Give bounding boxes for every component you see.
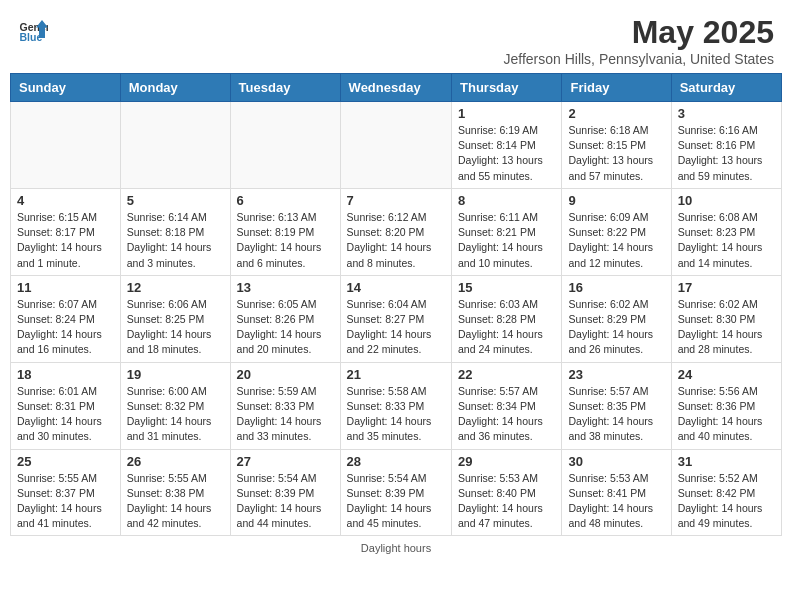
calendar-week-row: 11Sunrise: 6:07 AMSunset: 8:24 PMDayligh… <box>11 275 782 362</box>
calendar-day-cell: 11Sunrise: 6:07 AMSunset: 8:24 PMDayligh… <box>11 275 121 362</box>
calendar-day-header: Saturday <box>671 74 781 102</box>
footer-note: Daylight hours <box>0 536 792 560</box>
day-info: Sunrise: 5:59 AMSunset: 8:33 PMDaylight:… <box>237 384 334 445</box>
calendar-day-cell: 27Sunrise: 5:54 AMSunset: 8:39 PMDayligh… <box>230 449 340 536</box>
day-number: 26 <box>127 454 224 469</box>
calendar-day-cell: 30Sunrise: 5:53 AMSunset: 8:41 PMDayligh… <box>562 449 671 536</box>
svg-text:Blue: Blue <box>20 31 43 43</box>
day-info: Sunrise: 6:06 AMSunset: 8:25 PMDaylight:… <box>127 297 224 358</box>
day-number: 20 <box>237 367 334 382</box>
day-number: 29 <box>458 454 555 469</box>
calendar-day-header: Wednesday <box>340 74 451 102</box>
calendar-day-header: Thursday <box>452 74 562 102</box>
day-number: 10 <box>678 193 775 208</box>
day-info: Sunrise: 6:12 AMSunset: 8:20 PMDaylight:… <box>347 210 445 271</box>
day-info: Sunrise: 6:15 AMSunset: 8:17 PMDaylight:… <box>17 210 114 271</box>
day-number: 11 <box>17 280 114 295</box>
day-info: Sunrise: 5:52 AMSunset: 8:42 PMDaylight:… <box>678 471 775 532</box>
day-info: Sunrise: 6:19 AMSunset: 8:14 PMDaylight:… <box>458 123 555 184</box>
day-info: Sunrise: 6:18 AMSunset: 8:15 PMDaylight:… <box>568 123 664 184</box>
day-info: Sunrise: 6:03 AMSunset: 8:28 PMDaylight:… <box>458 297 555 358</box>
calendar-day-cell: 28Sunrise: 5:54 AMSunset: 8:39 PMDayligh… <box>340 449 451 536</box>
day-number: 28 <box>347 454 445 469</box>
calendar-day-cell: 13Sunrise: 6:05 AMSunset: 8:26 PMDayligh… <box>230 275 340 362</box>
title-section: May 2025 Jefferson Hills, Pennsylvania, … <box>503 14 774 67</box>
calendar-day-cell: 16Sunrise: 6:02 AMSunset: 8:29 PMDayligh… <box>562 275 671 362</box>
day-info: Sunrise: 5:54 AMSunset: 8:39 PMDaylight:… <box>347 471 445 532</box>
day-number: 21 <box>347 367 445 382</box>
calendar-day-header: Friday <box>562 74 671 102</box>
calendar-day-cell: 5Sunrise: 6:14 AMSunset: 8:18 PMDaylight… <box>120 188 230 275</box>
day-info: Sunrise: 6:13 AMSunset: 8:19 PMDaylight:… <box>237 210 334 271</box>
day-number: 23 <box>568 367 664 382</box>
day-number: 8 <box>458 193 555 208</box>
calendar-day-cell: 22Sunrise: 5:57 AMSunset: 8:34 PMDayligh… <box>452 362 562 449</box>
calendar-day-cell: 21Sunrise: 5:58 AMSunset: 8:33 PMDayligh… <box>340 362 451 449</box>
calendar-day-cell: 2Sunrise: 6:18 AMSunset: 8:15 PMDaylight… <box>562 102 671 189</box>
page-header: General Blue May 2025 Jefferson Hills, P… <box>0 0 792 73</box>
day-number: 25 <box>17 454 114 469</box>
day-number: 30 <box>568 454 664 469</box>
day-number: 12 <box>127 280 224 295</box>
calendar-day-cell: 24Sunrise: 5:56 AMSunset: 8:36 PMDayligh… <box>671 362 781 449</box>
day-info: Sunrise: 6:04 AMSunset: 8:27 PMDaylight:… <box>347 297 445 358</box>
day-info: Sunrise: 5:54 AMSunset: 8:39 PMDaylight:… <box>237 471 334 532</box>
calendar-day-cell: 31Sunrise: 5:52 AMSunset: 8:42 PMDayligh… <box>671 449 781 536</box>
day-number: 31 <box>678 454 775 469</box>
day-info: Sunrise: 6:09 AMSunset: 8:22 PMDaylight:… <box>568 210 664 271</box>
day-info: Sunrise: 5:58 AMSunset: 8:33 PMDaylight:… <box>347 384 445 445</box>
calendar-day-cell: 19Sunrise: 6:00 AMSunset: 8:32 PMDayligh… <box>120 362 230 449</box>
calendar-day-cell <box>120 102 230 189</box>
day-info: Sunrise: 6:02 AMSunset: 8:29 PMDaylight:… <box>568 297 664 358</box>
calendar-table: SundayMondayTuesdayWednesdayThursdayFrid… <box>10 73 782 536</box>
day-info: Sunrise: 5:53 AMSunset: 8:40 PMDaylight:… <box>458 471 555 532</box>
calendar-day-cell: 17Sunrise: 6:02 AMSunset: 8:30 PMDayligh… <box>671 275 781 362</box>
day-info: Sunrise: 6:05 AMSunset: 8:26 PMDaylight:… <box>237 297 334 358</box>
calendar-day-cell: 7Sunrise: 6:12 AMSunset: 8:20 PMDaylight… <box>340 188 451 275</box>
calendar-day-cell: 25Sunrise: 5:55 AMSunset: 8:37 PMDayligh… <box>11 449 121 536</box>
calendar-day-cell: 20Sunrise: 5:59 AMSunset: 8:33 PMDayligh… <box>230 362 340 449</box>
day-number: 27 <box>237 454 334 469</box>
day-number: 4 <box>17 193 114 208</box>
day-info: Sunrise: 5:55 AMSunset: 8:38 PMDaylight:… <box>127 471 224 532</box>
calendar-day-cell: 18Sunrise: 6:01 AMSunset: 8:31 PMDayligh… <box>11 362 121 449</box>
calendar-day-cell <box>230 102 340 189</box>
day-info: Sunrise: 5:57 AMSunset: 8:35 PMDaylight:… <box>568 384 664 445</box>
day-info: Sunrise: 5:53 AMSunset: 8:41 PMDaylight:… <box>568 471 664 532</box>
day-info: Sunrise: 6:08 AMSunset: 8:23 PMDaylight:… <box>678 210 775 271</box>
logo-icon: General Blue <box>18 14 48 44</box>
calendar-day-cell: 29Sunrise: 5:53 AMSunset: 8:40 PMDayligh… <box>452 449 562 536</box>
day-number: 15 <box>458 280 555 295</box>
calendar-day-cell: 6Sunrise: 6:13 AMSunset: 8:19 PMDaylight… <box>230 188 340 275</box>
calendar-day-cell: 1Sunrise: 6:19 AMSunset: 8:14 PMDaylight… <box>452 102 562 189</box>
calendar-day-cell: 26Sunrise: 5:55 AMSunset: 8:38 PMDayligh… <box>120 449 230 536</box>
day-number: 22 <box>458 367 555 382</box>
calendar-day-cell: 15Sunrise: 6:03 AMSunset: 8:28 PMDayligh… <box>452 275 562 362</box>
calendar-week-row: 1Sunrise: 6:19 AMSunset: 8:14 PMDaylight… <box>11 102 782 189</box>
day-number: 14 <box>347 280 445 295</box>
day-info: Sunrise: 6:00 AMSunset: 8:32 PMDaylight:… <box>127 384 224 445</box>
calendar-day-cell: 4Sunrise: 6:15 AMSunset: 8:17 PMDaylight… <box>11 188 121 275</box>
day-info: Sunrise: 6:14 AMSunset: 8:18 PMDaylight:… <box>127 210 224 271</box>
day-number: 17 <box>678 280 775 295</box>
logo: General Blue <box>18 14 48 44</box>
page-subtitle: Jefferson Hills, Pennsylvania, United St… <box>503 51 774 67</box>
calendar-day-cell: 10Sunrise: 6:08 AMSunset: 8:23 PMDayligh… <box>671 188 781 275</box>
calendar-week-row: 18Sunrise: 6:01 AMSunset: 8:31 PMDayligh… <box>11 362 782 449</box>
day-info: Sunrise: 6:07 AMSunset: 8:24 PMDaylight:… <box>17 297 114 358</box>
calendar-day-cell: 23Sunrise: 5:57 AMSunset: 8:35 PMDayligh… <box>562 362 671 449</box>
day-info: Sunrise: 6:11 AMSunset: 8:21 PMDaylight:… <box>458 210 555 271</box>
calendar-day-cell: 12Sunrise: 6:06 AMSunset: 8:25 PMDayligh… <box>120 275 230 362</box>
calendar-header-row: SundayMondayTuesdayWednesdayThursdayFrid… <box>11 74 782 102</box>
day-info: Sunrise: 6:16 AMSunset: 8:16 PMDaylight:… <box>678 123 775 184</box>
day-number: 1 <box>458 106 555 121</box>
day-number: 19 <box>127 367 224 382</box>
calendar-week-row: 25Sunrise: 5:55 AMSunset: 8:37 PMDayligh… <box>11 449 782 536</box>
calendar-day-cell: 3Sunrise: 6:16 AMSunset: 8:16 PMDaylight… <box>671 102 781 189</box>
day-info: Sunrise: 6:02 AMSunset: 8:30 PMDaylight:… <box>678 297 775 358</box>
page-title: May 2025 <box>503 14 774 51</box>
day-number: 18 <box>17 367 114 382</box>
day-number: 6 <box>237 193 334 208</box>
day-number: 2 <box>568 106 664 121</box>
day-info: Sunrise: 5:55 AMSunset: 8:37 PMDaylight:… <box>17 471 114 532</box>
